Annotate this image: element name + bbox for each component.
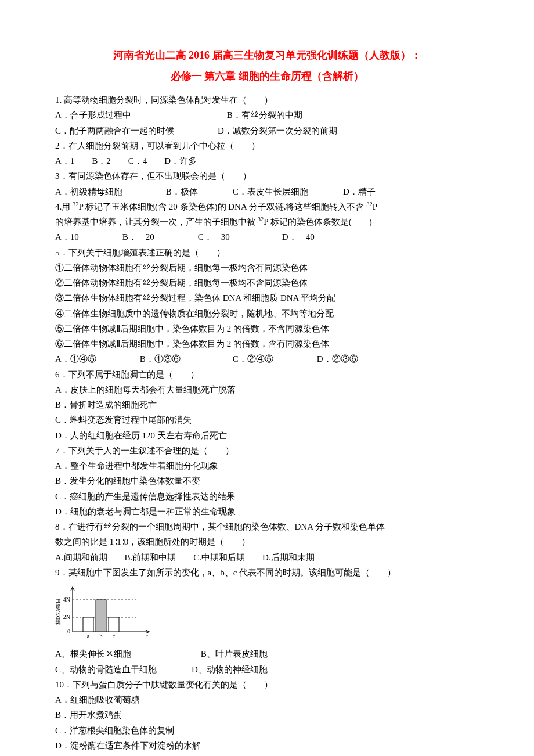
q4-options: A．10 B． 20 C． 30 D． 40	[55, 229, 479, 244]
q5-options: A．①④⑤ B．①③⑥ C．②④⑤ D．②③⑥	[55, 351, 479, 366]
q5-l3: ③二倍体生物体细胞有丝分裂过程，染色体 DNA 和细胞质 DNA 平均分配	[55, 290, 479, 305]
q1-stem: 1. 高等动物细胞分裂时，同源染色体配对发生在（ ）	[55, 92, 479, 107]
q8-options: A.间期和前期 B.前期和中期 C.中期和后期 D.后期和末期	[55, 550, 479, 565]
q1-options-2: C．配子两两融合在一起的时候 D．减数分裂第一次分裂的前期	[55, 123, 479, 138]
q7-stem: 7．下列关于人的一生叙述不合理的是（ ）	[55, 443, 479, 458]
q9-opt-c: C、动物的骨髓造血干细胞	[55, 665, 157, 674]
q9-stem: 9．某细胞中下图发生了如所示的变化，a、b、c 代表不同的时期。该细胞可能是（ …	[55, 565, 479, 580]
q7-opt-d: D．细胞的衰老与凋亡都是一种正常的生命现象	[55, 504, 479, 519]
q5-l5: ⑤二倍体生物减Ⅱ后期细胞中，染色体数目为 2 的倍数，不含同源染色体	[55, 321, 479, 336]
q4-stem-line1: 4.用 32P 标记了玉米体细胞(含 20 条染色体)的 DNA 分子双链,将这…	[55, 199, 479, 214]
q10-stem: 10．下列与蛋白质分子中肽键数量变化有关的是（ ）	[55, 677, 479, 692]
q8-stem-line2: 数之间的比是 1∶1∶0，该细胞所处的时期是（ ）	[55, 534, 479, 549]
svg-rect-10	[109, 617, 119, 632]
q9-opt-b: B、叶片表皮细胞	[201, 649, 268, 658]
q8-stem-line1: 8．在进行有丝分裂的一个细胞周期中，某个细胞的染色体数、DNA 分子数和染色单体	[55, 519, 479, 534]
svg-text:t: t	[146, 633, 148, 639]
q6-stem: 6．下列不属于细胞凋亡的是（ ）	[55, 367, 479, 382]
svg-text:4N: 4N	[63, 596, 70, 603]
q2-options: A．1 B．2 C．4 D．许多	[55, 153, 479, 168]
q7-opt-b: B．发生分化的细胞中染色体数量不变	[55, 473, 479, 488]
svg-text:c: c	[113, 633, 116, 639]
svg-rect-8	[83, 617, 93, 632]
q1-opt-a: A．合子形成过程中	[55, 110, 131, 120]
title-main: 河南省光山二高 2016 届高三生物复习单元强化训练题（人教版）：	[55, 46, 479, 65]
q3-opt-c: C．表皮生长层细胞	[233, 187, 308, 196]
q9-opt-a: A、根尖伸长区细胞	[55, 649, 131, 658]
svg-text:0: 0	[67, 628, 70, 635]
q5-l2: ②二倍体动物体细胞有丝分裂后期，细胞每一极均不含同源染色体	[55, 275, 479, 290]
q10-opt-d: D．淀粉酶在适宜条件下对淀粉的水解	[55, 738, 479, 753]
q3-opt-a: A．初级精母细胞	[55, 187, 122, 196]
q1-opt-d: D．减数分裂第一次分裂的前期	[218, 126, 337, 135]
q6-opt-d: D．人的红细胞在经历 120 天左右寿命后死亡	[55, 428, 479, 443]
svg-rect-9	[96, 600, 106, 632]
q3-stem: 3．有同源染色体存在，但不出现联会的是（ ）	[55, 168, 479, 183]
q9-options-1: A、根尖伸长区细胞 B、叶片表皮细胞	[55, 646, 479, 661]
q10-opt-c: C．洋葱根尖细胞染色体的复制	[55, 723, 479, 738]
q5-l4: ④二倍体生物细胞质中的遗传物质在细胞分裂时，随机地、不均等地分配	[55, 306, 479, 321]
title-sub: 必修一 第六章 细胞的生命历程（含解析）	[55, 67, 479, 86]
q5-l1: ①二倍体动物体细胞有丝分裂后期，细胞每一极均含有同源染色体	[55, 260, 479, 275]
q9-opt-d: D、动物的神经细胞	[192, 665, 268, 674]
q4-stem-line2: 的培养基中培养，让其分裂一次，产生的子细胞中被 32P 标记的染色体条数是( )	[55, 214, 479, 229]
q7-opt-c: C．癌细胞的产生是遗传信息选择性表达的结果	[55, 489, 479, 504]
q6-opt-c: C．蝌蚪变态发育过程中尾部的消失	[55, 412, 479, 427]
q1-opt-b: B．有丝分裂的中期	[227, 110, 302, 120]
q10-opt-b: B．用开水煮鸡蛋	[55, 707, 479, 722]
svg-text:b: b	[100, 633, 103, 639]
q1-opt-c: C．配子两两融合在一起的时候	[55, 126, 174, 135]
q5-l6: ⑥二倍体生物减Ⅱ后期细胞中，染色体数目为 2 的倍数，含有同源染色体	[55, 336, 479, 351]
q7-opt-a: A．整个生命进程中都发生着细胞分化现象	[55, 458, 479, 473]
svg-text:2N: 2N	[63, 614, 70, 620]
svg-text:a: a	[87, 633, 90, 639]
q10-opt-a: A．红细胞吸收葡萄糖	[55, 692, 479, 707]
q1-options: A．合子形成过程中 B．有丝分裂的中期	[55, 107, 479, 123]
svg-text:核DNA数目: 核DNA数目	[55, 598, 61, 626]
q6-opt-b: B．骨折时造成的细胞死亡	[55, 397, 479, 412]
q2-stem: 2．在人细胞分裂前期，可以看到几个中心粒（ ）	[55, 138, 479, 153]
q3-opt-d: D．精子	[343, 187, 376, 196]
q9-options-2: C、动物的骨髓造血干细胞 D、动物的神经细胞	[55, 662, 479, 677]
q3-options: A．初级精母细胞 B．极体 C．表皮生长层细胞 D．精子	[55, 184, 479, 199]
q5-stem: 5．下列关于细胞增殖表述正确的是（ ）	[55, 245, 479, 260]
q6-opt-a: A．皮肤上的细胞每天都会有大量细胞死亡脱落	[55, 382, 479, 397]
q3-opt-b: B．极体	[166, 187, 198, 196]
q9-chart: 核DNA数目 0 2N 4N a b c t	[55, 582, 479, 645]
